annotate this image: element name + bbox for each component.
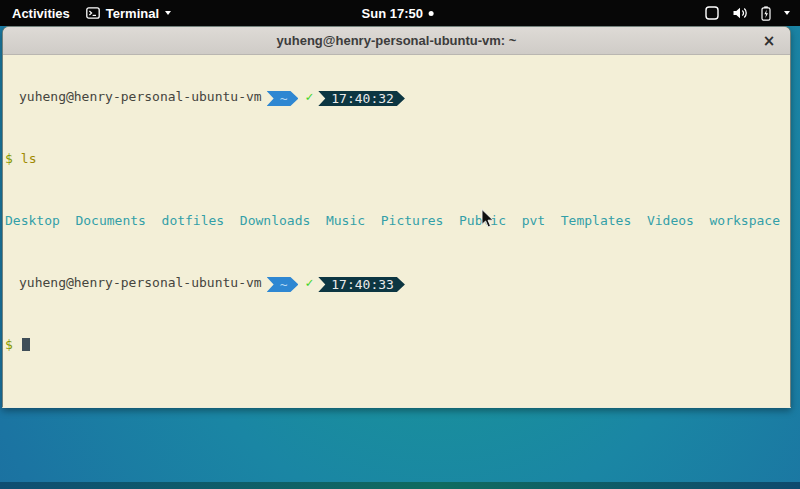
status-check-icon: ✓ [305, 89, 313, 104]
prompt-time-segment: 17:40:32 [318, 91, 405, 106]
ls-output: Desktop Documents dotfiles Downloads Mus… [5, 213, 790, 229]
directory-entry: Music [326, 213, 365, 228]
volume-icon [732, 6, 748, 20]
clock-button[interactable]: Sun 17:50 [362, 0, 434, 26]
directory-entry: Downloads [240, 213, 310, 228]
input-line: $ [5, 337, 790, 353]
terminal-window: yuheng@henry-personal-ubuntu-vm: ~ × yuh… [2, 26, 791, 408]
prompt-user: yuheng@henry-personal-ubuntu-vm [19, 275, 262, 290]
activities-button[interactable]: Activities [12, 6, 70, 21]
directory-entry: Desktop [5, 213, 60, 228]
command-line: $ls [5, 151, 790, 167]
chevron-down-icon [784, 11, 790, 15]
prompt-line: yuheng@henry-personal-ubuntu-vm~✓17:40:3… [5, 275, 790, 291]
close-button[interactable]: × [758, 27, 780, 55]
directory-entry: Pictures [381, 213, 444, 228]
app-menu-button[interactable]: Terminal [86, 6, 171, 21]
system-menu-button[interactable] [705, 0, 790, 26]
directory-entry: pvt [522, 213, 545, 228]
app-menu-label: Terminal [106, 6, 159, 21]
typed-command: ls [21, 151, 37, 166]
prompt-line: yuheng@henry-personal-ubuntu-vm~✓17:40:3… [5, 89, 790, 105]
window-title: yuheng@henry-personal-ubuntu-vm: ~ [277, 33, 517, 48]
prompt-symbol: $ [5, 337, 13, 352]
desktop-bottom-edge [0, 482, 800, 489]
prompt-dir-segment: ~ [267, 277, 299, 292]
notification-dot-icon [429, 11, 434, 16]
directory-entry: Documents [75, 213, 145, 228]
directory-entry: Videos [647, 213, 694, 228]
chevron-down-icon [165, 11, 171, 15]
clock-label: Sun 17:50 [362, 6, 423, 21]
battery-charging-icon [761, 6, 771, 21]
directory-entry: dotfiles [162, 213, 225, 228]
directory-entry: Templates [561, 213, 631, 228]
screen-icon [705, 6, 719, 20]
prompt-dir-segment: ~ [267, 91, 299, 106]
mouse-cursor-icon [481, 209, 494, 233]
terminal-cursor [22, 338, 30, 351]
prompt-user: yuheng@henry-personal-ubuntu-vm [19, 89, 262, 104]
prompt-symbol: $ [5, 151, 13, 166]
status-check-icon: ✓ [305, 275, 313, 290]
terminal-content[interactable]: yuheng@henry-personal-ubuntu-vm~✓17:40:3… [3, 55, 790, 408]
terminal-icon [86, 7, 100, 19]
top-bar: Activities Terminal Sun 17:50 [0, 0, 800, 26]
window-titlebar[interactable]: yuheng@henry-personal-ubuntu-vm: ~ × [3, 27, 790, 55]
prompt-time-segment: 17:40:33 [318, 277, 405, 292]
directory-entry: workspace [710, 213, 780, 228]
